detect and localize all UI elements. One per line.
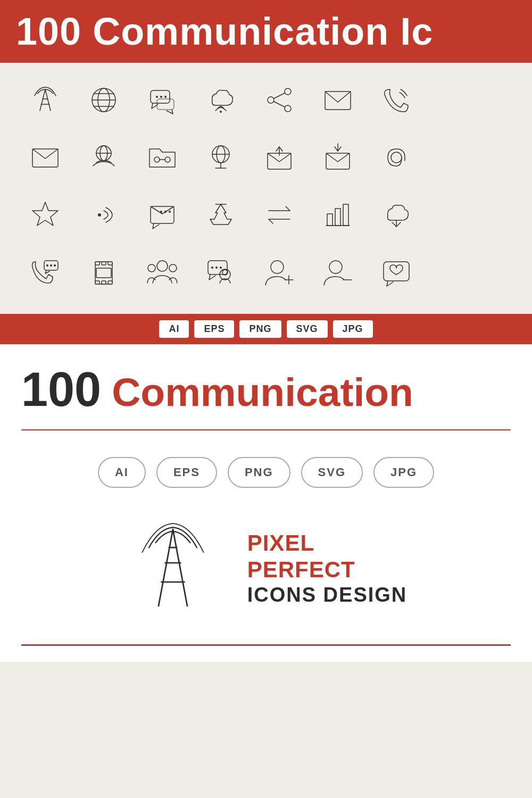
- recycle-icon: [192, 188, 250, 242]
- pixel-perfect-section: PIXEL PERFECT ICONS DESIGN: [21, 520, 511, 618]
- icon-row-2: [16, 131, 516, 184]
- add-user-icon: [250, 246, 309, 299]
- email-at-icon: [309, 73, 367, 127]
- globe-hands-icon: [74, 131, 133, 184]
- format-badge-svg-top: SVG: [287, 320, 328, 338]
- svg-rect-47: [335, 209, 340, 226]
- svg-point-40: [98, 213, 101, 217]
- svg-rect-57: [102, 262, 106, 265]
- heart-chat-icon: [367, 246, 426, 299]
- svg-point-26: [154, 157, 160, 162]
- svg-point-54: [54, 264, 56, 267]
- sound-waves-icon: [74, 188, 133, 242]
- icon-row-3: [16, 188, 516, 242]
- svg-point-71: [220, 267, 222, 269]
- svg-line-79: [173, 529, 187, 606]
- envelope-icon: [16, 131, 74, 184]
- remove-user-icon: [309, 246, 367, 299]
- title-text: Communication: [112, 372, 413, 412]
- tower-signal-icon: [16, 73, 74, 127]
- svg-point-69: [211, 267, 213, 269]
- svg-line-19: [274, 102, 285, 107]
- svg-rect-58: [108, 262, 112, 265]
- format-badge-jpg-top: JPG: [333, 320, 373, 338]
- svg-rect-62: [96, 268, 111, 278]
- share-icon: [250, 73, 309, 127]
- title-number: 100: [21, 365, 101, 413]
- format-badge-png-top: PNG: [239, 320, 281, 338]
- download-mail-icon: [309, 131, 367, 184]
- format-strip-top: AI EPS PNG SVG JPG: [0, 314, 532, 344]
- pixel-line3: ICONS DESIGN: [247, 584, 408, 606]
- svg-line-0: [40, 89, 45, 111]
- svg-point-43: [164, 211, 167, 213]
- svg-line-1: [45, 89, 51, 111]
- chat-person-icon: [192, 246, 250, 299]
- format-badge-svg: SVG: [301, 457, 363, 488]
- svg-point-53: [50, 264, 52, 267]
- svg-rect-77: [384, 262, 409, 281]
- svg-point-27: [165, 157, 170, 162]
- format-badges-row: AI EPS PNG SVG JPG: [21, 457, 511, 488]
- top-banner: 100 Communication Ic: [0, 0, 532, 63]
- lower-section: 100 Communication AI EPS PNG SVG JPG: [0, 344, 532, 662]
- svg-rect-59: [95, 281, 99, 284]
- svg-point-65: [169, 264, 177, 272]
- film-strip-icon: [74, 246, 133, 299]
- folder-network-icon: [133, 131, 192, 184]
- svg-point-63: [157, 261, 168, 271]
- svg-rect-48: [343, 204, 348, 226]
- svg-point-44: [169, 211, 171, 213]
- svg-point-10: [156, 96, 158, 98]
- svg-point-15: [285, 88, 291, 95]
- svg-point-14: [220, 111, 222, 113]
- svg-line-18: [274, 93, 285, 98]
- format-badge-png: PNG: [228, 457, 290, 488]
- svg-rect-61: [108, 281, 112, 284]
- icon-row-4: [16, 246, 516, 299]
- svg-point-12: [164, 96, 167, 98]
- svg-point-17: [268, 97, 274, 103]
- pixel-line1: PIXEL: [247, 531, 408, 555]
- bar-chart-icon: [309, 188, 367, 242]
- svg-point-16: [285, 105, 291, 112]
- title-divider: [21, 429, 511, 430]
- star-icon: [16, 188, 74, 242]
- transfer-arrows-icon: [250, 188, 309, 242]
- phone-chat-icon: [16, 246, 74, 299]
- group-icon: [133, 246, 192, 299]
- format-badge-ai-top: AI: [159, 320, 189, 338]
- svg-rect-60: [102, 281, 106, 284]
- format-badge-ai: AI: [98, 457, 146, 488]
- globe-icon: [74, 73, 133, 127]
- format-badge-eps: EPS: [156, 457, 217, 488]
- svg-point-52: [46, 264, 48, 267]
- banner-text: 100 Communication Ic: [16, 10, 433, 53]
- icon-row-1: [16, 73, 516, 127]
- svg-rect-46: [327, 214, 332, 226]
- chat-envelope-icon: [133, 188, 192, 242]
- cloud-wifi-icon: [192, 73, 250, 127]
- svg-line-78: [159, 529, 173, 606]
- svg-point-38: [391, 152, 402, 163]
- title-line: 100 Communication: [21, 365, 511, 413]
- cloud-download-icon: [367, 188, 426, 242]
- at-symbol-icon: [367, 131, 426, 184]
- svg-point-72: [271, 261, 284, 273]
- format-badge-eps-top: EPS: [194, 320, 234, 338]
- pixel-perfect-text: PIXEL PERFECT ICONS DESIGN: [247, 531, 408, 606]
- svg-marker-39: [32, 202, 58, 226]
- bottom-divider: [21, 644, 511, 646]
- svg-rect-13: [157, 99, 174, 110]
- svg-point-11: [160, 96, 162, 98]
- svg-rect-56: [95, 262, 99, 265]
- chat-bubbles-icon: [133, 73, 192, 127]
- pixel-line2: PERFECT: [247, 558, 408, 582]
- svg-point-42: [160, 211, 162, 213]
- upload-mail-icon: [250, 131, 309, 184]
- svg-point-70: [215, 267, 218, 269]
- phone-ring-icon: [367, 73, 426, 127]
- globe-stand-icon: [192, 131, 250, 184]
- svg-point-75: [329, 261, 342, 273]
- icon-grid-section: [0, 63, 532, 314]
